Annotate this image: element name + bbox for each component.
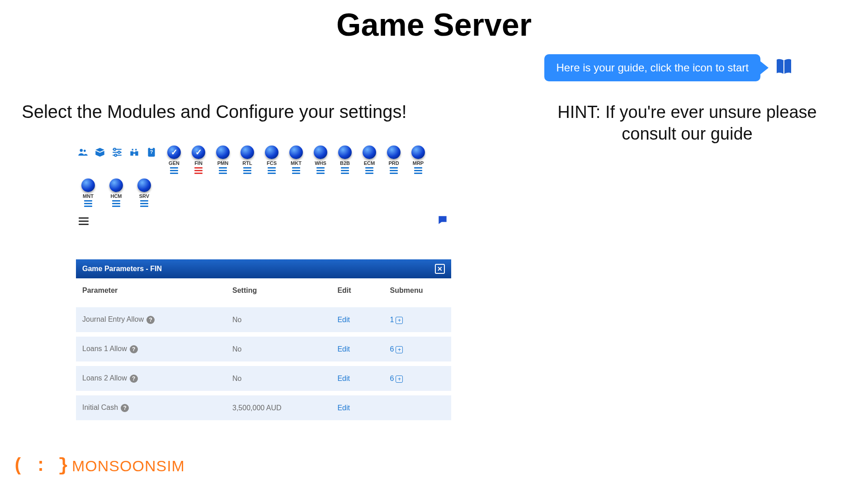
menu-icon[interactable] [79, 217, 89, 225]
param-edit-cell: Edit [331, 334, 383, 364]
module-menu-icon[interactable] [140, 200, 148, 207]
module-indicator-icon [241, 145, 254, 159]
module-b2b[interactable]: B2B [333, 145, 357, 174]
monsoonsim-logo: ( : } MONSOONSIM [13, 456, 185, 476]
module-code-label: HCM [110, 193, 122, 199]
module-menu-icon[interactable] [414, 167, 422, 174]
expand-icon[interactable]: + [396, 317, 403, 324]
module-hcm[interactable]: HCM [104, 178, 128, 207]
guide-bubble-text: Here is your guide, click the icon to st… [556, 61, 749, 74]
box-icon[interactable] [93, 145, 107, 159]
svg-text:?: ? [150, 149, 153, 155]
close-icon[interactable]: ✕ [435, 264, 445, 274]
param-setting-cell: 3,500,000 AUD [226, 393, 331, 420]
module-indicator-icon [363, 145, 376, 159]
module-indicator-icon [109, 178, 123, 192]
submenu-count[interactable]: 6 [390, 345, 394, 353]
module-code-label: WHS [315, 160, 326, 166]
module-menu-icon[interactable] [341, 167, 349, 174]
module-menu-icon[interactable] [170, 167, 178, 174]
sliders-icon[interactable] [110, 145, 124, 159]
help-icon[interactable]: ? [121, 404, 129, 412]
module-indicator-icon: ✓ [192, 145, 205, 159]
game-config-panel: ? ✓GEN✓FINPMNRTLFCSMKTWHSB2BECMPRDMRP MN… [76, 144, 451, 420]
table-row: Initial Cash?3,500,000 AUDEdit [76, 393, 451, 420]
expand-icon[interactable]: + [396, 346, 403, 353]
module-code-label: MNT [83, 193, 94, 199]
col-setting: Setting [226, 278, 331, 305]
logo-text: MONSOONSIM [72, 457, 185, 475]
module-indicator-icon [265, 145, 278, 159]
modules-toolbar: ? ✓GEN✓FINPMNRTLFCSMKTWHSB2BECMPRDMRP [76, 144, 451, 177]
param-submenu-cell: 1+ [384, 305, 451, 334]
param-setting-cell: No [226, 334, 331, 364]
help-icon[interactable]: ? [130, 345, 138, 353]
svg-rect-9 [150, 147, 153, 149]
help-icon[interactable]: ? [130, 375, 138, 383]
module-ecm[interactable]: ECM [358, 145, 381, 174]
module-gen[interactable]: ✓GEN [162, 145, 186, 174]
module-indicator-icon [81, 178, 95, 192]
module-fcs[interactable]: FCS [260, 145, 283, 174]
guide-book-icon[interactable] [774, 56, 796, 80]
module-indicator-icon [338, 145, 352, 159]
game-parameters-panel: Game Parameters - FIN ✕ Parameter Settin… [76, 259, 451, 420]
edit-link[interactable]: Edit [337, 345, 350, 353]
module-indicator-icon [216, 145, 230, 159]
module-indicator-icon [411, 145, 425, 159]
module-code-label: ECM [364, 160, 375, 166]
module-menu-icon[interactable] [219, 167, 227, 174]
module-code-label: GEN [169, 160, 179, 166]
param-submenu-cell: 6+ [384, 364, 451, 393]
module-whs[interactable]: WHS [309, 145, 332, 174]
binoculars-icon[interactable] [127, 145, 141, 159]
module-indicator-icon [289, 145, 303, 159]
table-row: Loans 1 Allow?NoEdit6+ [76, 334, 451, 364]
svg-point-0 [80, 149, 83, 152]
module-mkt[interactable]: MKT [284, 145, 308, 174]
submenu-count[interactable]: 1 [390, 316, 394, 324]
help-icon[interactable]: ? [146, 316, 155, 324]
guide-callout-row: Here is your guide, click the icon to st… [544, 54, 796, 81]
module-menu-icon[interactable] [243, 167, 251, 174]
parameters-table: Parameter Setting Edit Submenu Journal E… [76, 278, 451, 420]
module-code-label: B2B [340, 160, 350, 166]
module-menu-icon[interactable] [194, 167, 203, 174]
module-menu-icon[interactable] [268, 167, 276, 174]
param-setting-cell: No [226, 305, 331, 334]
submenu-count[interactable]: 6 [390, 375, 394, 382]
module-menu-icon[interactable] [112, 200, 120, 207]
chat-icon[interactable] [437, 214, 448, 228]
param-submenu-cell: 6+ [384, 334, 451, 364]
svg-point-5 [113, 148, 116, 150]
module-rtl[interactable]: RTL [236, 145, 259, 174]
module-code-label: PMN [217, 160, 228, 166]
module-fin[interactable]: ✓FIN [187, 145, 210, 174]
clipboard-help-icon[interactable]: ? [145, 145, 158, 159]
svg-point-6 [118, 151, 120, 154]
module-code-label: RTL [242, 160, 252, 166]
module-prd[interactable]: PRD [382, 145, 406, 174]
group-icon[interactable] [76, 145, 90, 159]
module-menu-icon[interactable] [390, 167, 398, 174]
module-menu-icon[interactable] [365, 167, 373, 174]
game-parameters-title: Game Parameters - FIN [82, 265, 162, 273]
module-pmn[interactable]: PMN [211, 145, 235, 174]
module-srv[interactable]: SRV [132, 178, 156, 207]
module-mrp[interactable]: MRP [406, 145, 430, 174]
edit-link[interactable]: Edit [337, 404, 350, 412]
logo-brace: ( : } [13, 456, 69, 476]
param-submenu-cell [384, 393, 451, 420]
consult-guide-hint: HINT: If you're ever unsure please consu… [533, 102, 841, 145]
edit-link[interactable]: Edit [337, 316, 350, 324]
col-parameter: Parameter [76, 278, 226, 305]
col-submenu: Submenu [384, 278, 451, 305]
svg-point-1 [84, 150, 86, 152]
edit-link[interactable]: Edit [337, 375, 350, 382]
module-menu-icon[interactable] [316, 167, 325, 174]
module-mnt[interactable]: MNT [76, 178, 100, 207]
module-menu-icon[interactable] [84, 200, 92, 207]
expand-icon[interactable]: + [396, 375, 403, 383]
param-name-cell: Loans 2 Allow? [76, 364, 226, 393]
module-menu-icon[interactable] [292, 167, 300, 174]
